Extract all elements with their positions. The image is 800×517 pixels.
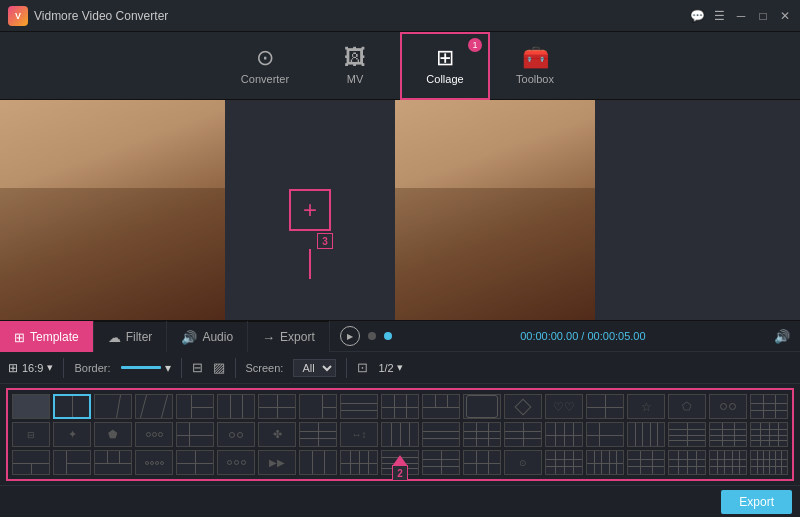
- template-item[interactable]: [299, 422, 337, 447]
- template-item-selected[interactable]: [53, 394, 91, 419]
- template-item[interactable]: ☆: [627, 394, 665, 419]
- template-item[interactable]: [135, 422, 173, 447]
- template-item[interactable]: [381, 394, 419, 419]
- notification-badge: 1: [468, 38, 482, 52]
- border-color-selector[interactable]: ▾: [121, 361, 171, 375]
- left-add-panel: + 3: [225, 100, 395, 320]
- template-item[interactable]: [94, 450, 132, 475]
- template-item[interactable]: ↔↕: [340, 422, 378, 447]
- template-item[interactable]: [381, 422, 419, 447]
- template-item[interactable]: [53, 450, 91, 475]
- maximize-button[interactable]: □: [756, 9, 770, 23]
- template-item[interactable]: [135, 394, 173, 419]
- template-item[interactable]: [545, 422, 583, 447]
- collage-icon: ⊞: [436, 47, 454, 69]
- template-item[interactable]: [135, 450, 173, 475]
- template-item[interactable]: [586, 422, 624, 447]
- mv-icon: 🖼: [344, 47, 366, 69]
- fill-toggle[interactable]: ▨: [213, 360, 225, 375]
- add-clip-button[interactable]: +: [289, 189, 331, 231]
- tab-mv[interactable]: 🖼 MV: [310, 32, 400, 100]
- aspect-ratio-control[interactable]: ⊞ 16:9 ▾: [8, 361, 53, 375]
- template-item[interactable]: [709, 394, 747, 419]
- template-item[interactable]: ✤: [258, 422, 296, 447]
- audio-tab-icon: 🔊: [181, 330, 197, 345]
- separator-1: [63, 358, 64, 378]
- border-chevron: ▾: [165, 361, 171, 375]
- grid-view-toggle[interactable]: ⊟: [192, 360, 203, 375]
- template-item[interactable]: [463, 394, 501, 419]
- template-item[interactable]: [709, 450, 747, 475]
- template-item[interactable]: [217, 422, 255, 447]
- template-item[interactable]: [586, 450, 624, 475]
- tab-converter[interactable]: ⊙ Converter: [220, 32, 310, 100]
- template-item[interactable]: [340, 394, 378, 419]
- template-item[interactable]: [258, 394, 296, 419]
- play-button[interactable]: ▶: [340, 326, 360, 346]
- template-item[interactable]: [176, 422, 214, 447]
- template-item[interactable]: [12, 394, 50, 419]
- template-item[interactable]: [299, 450, 337, 475]
- template-item[interactable]: ▶▶: [258, 450, 296, 475]
- template-item[interactable]: ✦: [53, 422, 91, 447]
- template-item[interactable]: [176, 394, 214, 419]
- export-button[interactable]: Export: [721, 490, 792, 514]
- template-item[interactable]: [422, 422, 460, 447]
- tab-toolbox[interactable]: 🧰 Toolbox: [490, 32, 580, 100]
- template-item[interactable]: ⊙: [504, 450, 542, 475]
- template-item[interactable]: [504, 394, 542, 419]
- template-item[interactable]: [217, 450, 255, 475]
- tab-audio[interactable]: 🔊 Audio: [167, 321, 248, 353]
- menu-icon[interactable]: ☰: [712, 9, 726, 23]
- tab-collage[interactable]: ⊞ Collage 1: [400, 32, 490, 100]
- template-item[interactable]: [94, 394, 132, 419]
- template-item[interactable]: [545, 450, 583, 475]
- close-button[interactable]: ✕: [778, 9, 792, 23]
- template-tab-icon: ⊞: [14, 330, 25, 345]
- template-item[interactable]: [422, 394, 460, 419]
- template-item[interactable]: ♡♡: [545, 394, 583, 419]
- template-item[interactable]: [422, 450, 460, 475]
- template-item[interactable]: [340, 450, 378, 475]
- border-label: Border:: [74, 362, 110, 374]
- template-item[interactable]: [627, 422, 665, 447]
- template-item[interactable]: [668, 450, 706, 475]
- tab-filter-label: Filter: [126, 330, 153, 344]
- template-item[interactable]: [176, 450, 214, 475]
- size-selector[interactable]: 1/2 ▾: [378, 361, 402, 374]
- template-item[interactable]: [12, 450, 50, 475]
- current-time: 00:00:00.00: [520, 330, 578, 342]
- plus-icon: +: [303, 196, 317, 224]
- template-item[interactable]: [709, 422, 747, 447]
- template-item[interactable]: [463, 450, 501, 475]
- tab-template[interactable]: ⊞ Template: [0, 321, 94, 353]
- playback-buttons: ▶: [340, 326, 392, 346]
- template-item[interactable]: [504, 422, 542, 447]
- aspect-ratio-chevron: ▾: [47, 361, 53, 374]
- minimize-button[interactable]: ─: [734, 9, 748, 23]
- template-item[interactable]: ⬠: [668, 394, 706, 419]
- tab-export[interactable]: → Export: [248, 321, 330, 353]
- tab-filter[interactable]: ☁ Filter: [94, 321, 168, 353]
- template-item[interactable]: [217, 394, 255, 419]
- fit-icon[interactable]: ⊡: [357, 360, 368, 375]
- screen-select[interactable]: All: [293, 359, 336, 377]
- chat-icon[interactable]: 💬: [690, 9, 704, 23]
- template-item[interactable]: [299, 394, 337, 419]
- template-item[interactable]: [750, 450, 788, 475]
- scroll-badge: 2: [392, 465, 408, 481]
- template-item[interactable]: [668, 422, 706, 447]
- app-logo: V: [8, 6, 28, 26]
- right-empty-panel: [595, 100, 800, 320]
- toolbox-icon: 🧰: [522, 47, 549, 69]
- volume-icon[interactable]: 🔊: [774, 329, 790, 344]
- template-item[interactable]: [463, 422, 501, 447]
- template-item[interactable]: [627, 450, 665, 475]
- template-item[interactable]: ⊟: [12, 422, 50, 447]
- template-item[interactable]: ⬟: [94, 422, 132, 447]
- template-item[interactable]: [586, 394, 624, 419]
- total-time: 00:00:05.00: [587, 330, 645, 342]
- template-item[interactable]: [750, 394, 788, 419]
- template-item[interactable]: [750, 422, 788, 447]
- separator-3: [235, 358, 236, 378]
